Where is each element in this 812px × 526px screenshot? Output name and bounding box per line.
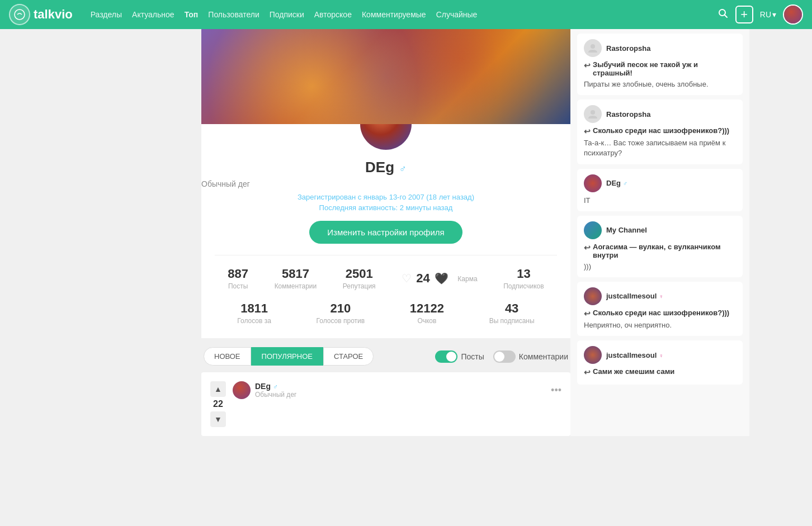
gender-icon: ♂ bbox=[399, 163, 407, 174]
toggle-posts: Посты bbox=[435, 350, 484, 363]
language-selector[interactable]: RU ▾ bbox=[760, 10, 776, 19]
main-nav: Разделы Актуальное Топ Пользователи Подп… bbox=[91, 10, 717, 19]
stat-karma: ♡ 24 🖤 Карма bbox=[402, 271, 448, 286]
sc-header-6: justcallmesoul ♀ bbox=[584, 346, 736, 364]
heart-filled-icon: 🖤 bbox=[435, 272, 449, 285]
left-spacer bbox=[0, 29, 201, 436]
sc-avatar-6 bbox=[584, 346, 602, 364]
stat-votes-down: 210 Голосов против bbox=[317, 301, 365, 325]
sc-reply-icon-5: ↩ bbox=[584, 309, 591, 318]
sc-username-3: DEg ♂ bbox=[606, 179, 627, 187]
profile-card: DEg ♂ Обычный дег Зарегистрирован с янва… bbox=[201, 96, 570, 338]
sidebar-comment-5: justcallmesoul ♀ ↩ Сколько среди нас шиз… bbox=[577, 282, 743, 336]
user-avatar[interactable] bbox=[783, 4, 803, 25]
toggle-posts-switch[interactable] bbox=[435, 350, 457, 363]
tabs-left: НОВОЕ ПОПУЛЯРНОЕ СТАРОЕ bbox=[204, 347, 374, 366]
nav-polzovateli[interactable]: Пользователи bbox=[208, 10, 259, 19]
vote-up-button[interactable]: ▲ bbox=[210, 381, 226, 397]
profile-last-activity: Последняя активность: 2 минуты назад bbox=[201, 203, 570, 212]
sc-header-2: Rastoropsha bbox=[584, 105, 736, 123]
header: talkvio Разделы Актуальное Топ Пользоват… bbox=[0, 0, 812, 29]
sc-username-5: justcallmesoul ♀ bbox=[606, 292, 663, 300]
sidebar-comment-1: Rastoropsha ↩ Зыбучий песок не такой уж … bbox=[577, 34, 743, 95]
sc-username-4[interactable]: My Channel bbox=[606, 226, 647, 234]
logo[interactable]: talkvio bbox=[9, 4, 73, 25]
sc-avatar-5 bbox=[584, 287, 602, 305]
sidebar-comment-2: Rastoropsha ↩ Сколько среди нас шизофрен… bbox=[577, 99, 743, 164]
svg-point-3 bbox=[591, 44, 595, 49]
sc-avatar-2 bbox=[584, 105, 602, 123]
header-right: + RU ▾ bbox=[717, 4, 803, 25]
profile-stats-row-2: 1811 Голосов за 210 Голосов против 12122… bbox=[201, 297, 570, 325]
sc-header-4: My Channel bbox=[584, 221, 736, 239]
sc-username-2[interactable]: Rastoropsha bbox=[606, 110, 650, 119]
sc-body-5: Неприятно, оч неприятно. bbox=[584, 320, 736, 330]
vote-section: ▲ 22 ▼ bbox=[210, 381, 226, 427]
stat-reputation: 2501 Репутация bbox=[343, 267, 376, 290]
profile-stats-row-1: 887 Посты 5817 Комментарии 2501 Репутаци… bbox=[201, 267, 570, 297]
logo-icon bbox=[9, 4, 30, 25]
nav-kommentiruyemye[interactable]: Комментируемые bbox=[362, 10, 426, 19]
sc-title-2: ↩ Сколько среди нас шизофреников?))) bbox=[584, 126, 736, 136]
post-user-role: Обычный дег bbox=[255, 391, 546, 399]
post-username: DEg ♂ bbox=[255, 382, 546, 391]
sc-title-4: ↩ Аогасима — вулкан, с вулканчиком внутр… bbox=[584, 243, 736, 259]
sc-username-6: justcallmesoul ♀ bbox=[606, 351, 663, 359]
post-body: DEg ♂ Обычный дег ••• bbox=[233, 381, 561, 427]
toggle-comments: Комментарии bbox=[493, 350, 568, 363]
tab-new[interactable]: НОВОЕ bbox=[204, 347, 251, 366]
nav-podpiski[interactable]: Подписки bbox=[270, 10, 304, 19]
sc-body-3: IT bbox=[584, 196, 736, 206]
stat-votes-up: 1811 Голосов за bbox=[237, 301, 271, 325]
sc-title-6: ↩ Сами же смешим сами bbox=[584, 367, 736, 377]
sc-reply-icon-6: ↩ bbox=[584, 368, 591, 377]
vote-count: 22 bbox=[213, 399, 223, 409]
profile-subtitle: Обычный дег bbox=[201, 179, 570, 188]
stat-comments: 5817 Комментарии bbox=[275, 267, 317, 290]
toggle-comments-switch[interactable] bbox=[493, 350, 516, 363]
vote-down-button[interactable]: ▼ bbox=[210, 411, 226, 427]
sc-body-4: ))) bbox=[584, 262, 736, 272]
sc-gender-icon-3: ♂ bbox=[623, 180, 627, 187]
sc-avatar-4 bbox=[584, 221, 602, 239]
nav-top[interactable]: Топ bbox=[185, 10, 199, 19]
nav-razdeliy[interactable]: Разделы bbox=[91, 10, 122, 19]
search-button[interactable] bbox=[717, 8, 729, 22]
post-user-avatar bbox=[233, 381, 251, 399]
stat-karma-label: Карма bbox=[457, 274, 477, 283]
edit-profile-button[interactable]: Изменить настройки профиля bbox=[309, 221, 462, 244]
sc-username-1[interactable]: Rastoropsha bbox=[606, 44, 650, 53]
post-user-gender-icon: ♂ bbox=[273, 383, 278, 391]
sc-reply-icon-2: ↩ bbox=[584, 127, 591, 136]
profile-registered: Зарегистрирован с январь 13-го 2007 (18 … bbox=[201, 193, 570, 201]
tab-old[interactable]: СТАРОЕ bbox=[323, 347, 374, 366]
main-content: DEg ♂ Обычный дег Зарегистрирован с янва… bbox=[201, 29, 570, 436]
post-menu-button[interactable]: ••• bbox=[551, 385, 561, 396]
sc-reply-icon-4: ↩ bbox=[584, 243, 591, 252]
sc-header-1: Rastoropsha bbox=[584, 39, 736, 57]
add-post-button[interactable]: + bbox=[735, 6, 753, 23]
stat-posts: 887 Посты bbox=[228, 267, 248, 290]
sc-body-2: Та-а-к… Вас тоже записываем на приём к п… bbox=[584, 138, 736, 158]
stat-subscribers: 13 Подписчиков bbox=[503, 267, 544, 290]
toggle-posts-label: Посты bbox=[461, 352, 484, 361]
tabs-right: Посты Комментарии bbox=[435, 350, 568, 363]
logo-text: talkvio bbox=[34, 7, 73, 22]
sc-gender-icon-5: ♀ bbox=[659, 293, 663, 300]
tabs-section: НОВОЕ ПОПУЛЯРНОЕ СТАРОЕ Посты Комментари… bbox=[201, 347, 570, 366]
profile-banner bbox=[201, 29, 570, 124]
tab-popular[interactable]: ПОПУЛЯРНОЕ bbox=[251, 347, 323, 366]
sc-title-1: ↩ Зыбучий песок не такой уж и страшный! bbox=[584, 60, 736, 77]
profile-divider bbox=[215, 255, 557, 255]
post-preview: ▲ 22 ▼ DEg ♂ Обычный дег ••• bbox=[201, 372, 570, 436]
nav-avtorskoe[interactable]: Авторское bbox=[314, 10, 352, 19]
sc-reply-icon-1: ↩ bbox=[584, 61, 591, 70]
sc-body-1: Пираты же злобные, очень злобные. bbox=[584, 79, 736, 89]
svg-line-2 bbox=[724, 15, 727, 17]
stat-subscribed: 43 Вы подписаны bbox=[489, 301, 535, 325]
nav-sluchaynye[interactable]: Случайные bbox=[436, 10, 478, 19]
sc-gender-icon-6: ♀ bbox=[659, 352, 663, 359]
nav-aktualnoe[interactable]: Актуальное bbox=[132, 10, 174, 19]
post-user-info: DEg ♂ Обычный дег bbox=[255, 382, 546, 399]
sidebar-comment-6: justcallmesoul ♀ ↩ Сами же смешим сами bbox=[577, 340, 743, 385]
